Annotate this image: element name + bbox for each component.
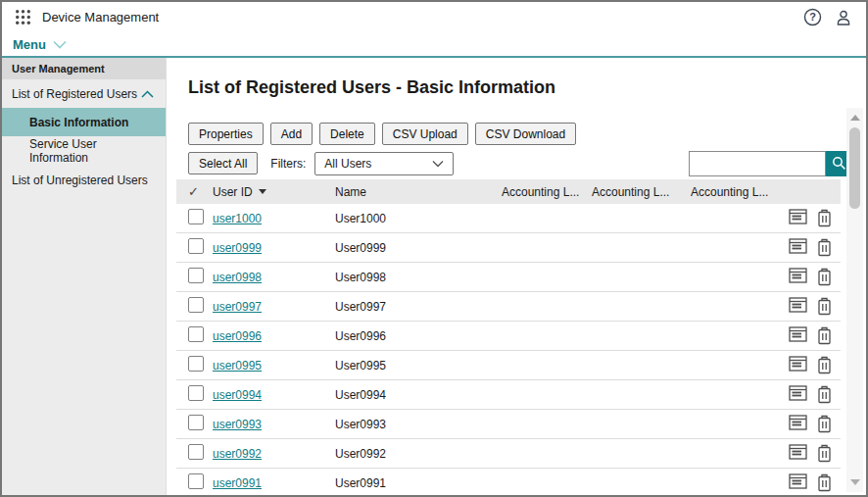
delete-icon[interactable] xyxy=(816,473,833,492)
properties-icon[interactable] xyxy=(789,326,807,345)
delete-icon[interactable] xyxy=(816,356,833,374)
scroll-up-icon[interactable] xyxy=(850,115,860,121)
row-checkbox[interactable] xyxy=(188,297,204,313)
user-name: User0993 xyxy=(335,418,502,431)
delete-icon[interactable] xyxy=(816,238,833,257)
user-id-link[interactable]: user0997 xyxy=(213,300,262,314)
csv-download-button[interactable]: CSV Download xyxy=(475,123,576,145)
delete-icon[interactable] xyxy=(816,415,833,433)
properties-icon[interactable] xyxy=(789,209,807,227)
top-bar: Device Management ? xyxy=(2,2,866,32)
row-checkbox[interactable] xyxy=(188,326,204,342)
user-id-link[interactable]: user0999 xyxy=(213,241,262,255)
user-name: User0996 xyxy=(335,329,502,343)
sidebar-item-label: Service User Information xyxy=(29,137,154,165)
help-icon[interactable]: ? xyxy=(803,8,822,26)
top-bar-actions: ? xyxy=(803,8,852,26)
delete-icon[interactable] xyxy=(816,297,833,316)
delete-icon[interactable] xyxy=(816,326,833,345)
properties-icon[interactable] xyxy=(789,415,807,433)
row-checkbox[interactable] xyxy=(188,268,204,283)
row-checkbox[interactable] xyxy=(188,444,204,460)
delete-icon[interactable] xyxy=(816,268,833,286)
accounting-column-header-2[interactable]: Accounting L... xyxy=(592,185,691,199)
sidebar-item-basic-information[interactable]: Basic Information xyxy=(2,108,166,136)
table-row: user0993 User0993 xyxy=(176,410,841,439)
table-body: user1000 User1000 xyxy=(176,204,841,497)
accounting-column-header-3[interactable]: Accounting L... xyxy=(691,185,784,199)
properties-icon[interactable] xyxy=(789,444,807,463)
table-row: user0998 User0998 xyxy=(176,263,841,292)
filters-label: Filters: xyxy=(270,157,306,171)
sidebar-item-label: List of Registered Users xyxy=(12,87,137,101)
table-row: user0999 User0999 xyxy=(176,233,841,263)
vertical-scrollbar[interactable] xyxy=(846,108,863,492)
select-column-header[interactable]: ✓ xyxy=(188,184,213,199)
page-title: List of Registered Users - Basic Informa… xyxy=(188,77,841,98)
user-id-link[interactable]: user1000 xyxy=(213,212,262,225)
sidebar-item-label: Basic Information xyxy=(29,116,128,129)
user-id-link[interactable]: user0992 xyxy=(213,447,262,461)
users-table: ✓ User ID Name Accounting L... Accountin… xyxy=(176,179,841,497)
row-checkbox[interactable] xyxy=(188,238,204,254)
table-row: user0995 User0995 xyxy=(176,351,841,380)
table-header-row: ✓ User ID Name Accounting L... Accountin… xyxy=(176,179,841,204)
user-id-link[interactable]: user0995 xyxy=(213,359,262,373)
device-management-window: Device Management ? Menu xyxy=(0,0,868,497)
table-row: user1000 User1000 xyxy=(176,204,841,233)
properties-icon[interactable] xyxy=(789,268,807,286)
user-name: User0994 xyxy=(335,388,502,402)
user-filter-dropdown[interactable]: All Users xyxy=(314,152,454,175)
sidebar-item-label: List of Unregistered Users xyxy=(12,174,148,187)
sidebar-item-list-of-registered-users[interactable]: List of Registered Users xyxy=(2,79,166,108)
chevron-up-icon xyxy=(141,90,154,98)
properties-icon[interactable] xyxy=(789,385,807,404)
toolbar: Properties Add Delete CSV Upload CSV Dow… xyxy=(188,123,841,145)
properties-icon[interactable] xyxy=(789,473,807,492)
accounting-column-header-1[interactable]: Accounting L... xyxy=(502,185,592,199)
sidebar-item-service-user-information[interactable]: Service User Information xyxy=(2,136,166,166)
search-icon xyxy=(832,156,846,171)
delete-icon[interactable] xyxy=(816,209,833,227)
user-name: User0991 xyxy=(335,476,502,490)
user-id-link[interactable]: user0998 xyxy=(213,271,262,284)
user-name: User0992 xyxy=(335,447,502,461)
row-checkbox[interactable] xyxy=(188,415,204,430)
sort-desc-icon xyxy=(259,189,266,194)
row-checkbox[interactable] xyxy=(188,209,204,224)
apps-grid-icon[interactable] xyxy=(15,9,31,25)
table-row: user0997 User0997 xyxy=(176,292,841,322)
user-id-link[interactable]: user0996 xyxy=(213,329,262,343)
csv-upload-button[interactable]: CSV Upload xyxy=(382,123,468,145)
search-input[interactable] xyxy=(689,151,826,176)
user-name: User0997 xyxy=(335,300,502,314)
properties-icon[interactable] xyxy=(789,356,807,374)
user-id-link[interactable]: user0991 xyxy=(213,476,262,490)
sidebar-item-list-of-unregistered-users[interactable]: List of Unregistered Users xyxy=(2,166,166,195)
name-column-header[interactable]: Name xyxy=(335,185,502,199)
table-row: user0991 User0991 xyxy=(176,469,841,497)
row-checkbox[interactable] xyxy=(188,356,204,372)
select-all-button[interactable]: Select All xyxy=(188,152,258,174)
delete-icon[interactable] xyxy=(816,444,833,463)
user-id-link[interactable]: user0993 xyxy=(213,418,262,431)
menu-bar: Menu xyxy=(2,32,866,56)
add-button[interactable]: Add xyxy=(270,123,313,145)
delete-icon[interactable] xyxy=(816,385,833,404)
properties-button[interactable]: Properties xyxy=(188,123,264,145)
properties-icon[interactable] xyxy=(789,297,807,316)
scroll-down-icon[interactable] xyxy=(850,479,860,485)
user-name: User0998 xyxy=(335,271,502,284)
properties-icon[interactable] xyxy=(789,238,807,257)
search-group xyxy=(689,151,852,176)
delete-button[interactable]: Delete xyxy=(319,123,375,145)
scrollbar-thumb[interactable] xyxy=(849,127,860,209)
user-id-link[interactable]: user0994 xyxy=(213,388,262,402)
row-checkbox[interactable] xyxy=(188,473,204,489)
menu-button[interactable]: Menu xyxy=(13,37,67,52)
user-id-column-header[interactable]: User ID xyxy=(213,185,335,199)
user-account-icon[interactable] xyxy=(835,9,852,26)
table-row: user0992 User0992 xyxy=(176,439,841,469)
sidebar-section-title: User Management xyxy=(2,58,166,79)
row-checkbox[interactable] xyxy=(188,385,204,401)
